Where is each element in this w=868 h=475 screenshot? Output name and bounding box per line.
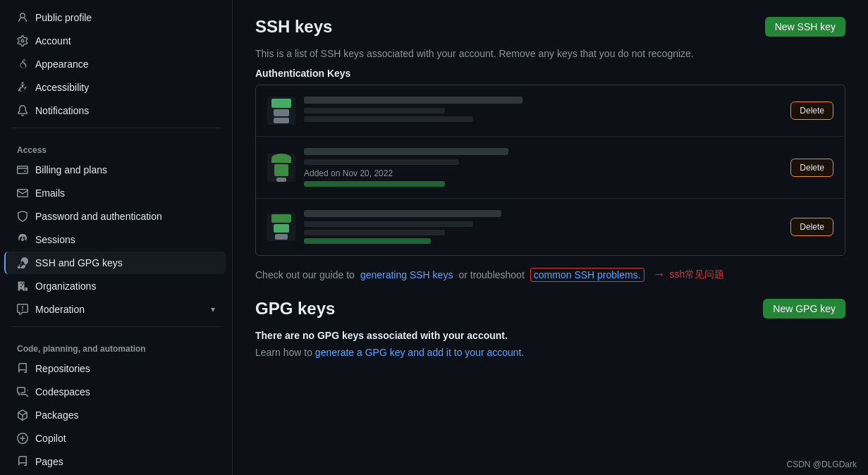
- annotation-text: ssh常见问题: [670, 269, 725, 281]
- sidebar-item-label: Appearance: [35, 58, 89, 70]
- key-info: [304, 97, 782, 125]
- report-icon: [17, 304, 28, 315]
- broadcast-icon: [17, 234, 28, 245]
- sidebar-item-codespaces[interactable]: Codespaces: [6, 381, 226, 403]
- auth-keys-label: Authentication Keys: [255, 68, 845, 79]
- sidebar-item-label: Sessions: [35, 234, 75, 245]
- sidebar-item-billing[interactable]: Billing and plans: [6, 159, 226, 181]
- sidebar-item-organizations[interactable]: Organizations: [6, 275, 226, 297]
- avatar: [267, 154, 295, 182]
- avatar: [267, 213, 295, 241]
- sidebar-item-label: Repositories: [35, 363, 90, 374]
- pages-icon: [17, 456, 28, 467]
- repo-icon: [17, 363, 28, 374]
- sidebar-item-packages[interactable]: Packages: [6, 404, 226, 426]
- credit-card-icon: [17, 164, 28, 175]
- sidebar-item-label: Packages: [35, 409, 78, 421]
- new-gpg-key-button[interactable]: New GPG key: [763, 299, 845, 319]
- gpg-section: GPG keys New GPG key There are no GPG ke…: [255, 299, 845, 358]
- sidebar-item-accessibility[interactable]: Accessibility: [6, 76, 226, 99]
- bell-icon: [17, 105, 28, 116]
- ssh-section-header: SSH keys New SSH key: [255, 17, 845, 37]
- common-ssh-problems-link[interactable]: common SSH problems.: [530, 268, 644, 282]
- ssh-keys-list: Delete Added on Nov 20, 2022 Delete: [255, 85, 845, 256]
- person-icon: [17, 12, 28, 23]
- accessibility-icon: [17, 82, 28, 93]
- generate-gpg-key-link[interactable]: generate a GPG key and add it to your ac…: [315, 347, 525, 358]
- key-date: Added on Nov 20, 2022: [304, 168, 782, 178]
- learn-prefix: Learn how to: [255, 347, 315, 358]
- section-access-label: Access: [0, 134, 232, 158]
- paintbrush-icon: [17, 58, 28, 70]
- no-gpg-keys-text: There are no GPG keys associated with yo…: [255, 330, 845, 341]
- sidebar-item-label: Billing and plans: [35, 164, 107, 175]
- sidebar-item-sessions[interactable]: Sessions: [6, 228, 226, 251]
- table-row: Delete: [256, 199, 845, 255]
- delete-key-button-3[interactable]: Delete: [790, 218, 833, 236]
- key-icon: [17, 257, 28, 269]
- sidebar-item-public-profile[interactable]: Public profile: [6, 6, 226, 29]
- sidebar-item-label: Accessibility: [35, 82, 89, 93]
- sidebar-item-ssh-gpg[interactable]: SSH and GPG keys: [4, 252, 226, 274]
- sidebar-item-pages[interactable]: Pages: [6, 450, 226, 473]
- sidebar-item-password[interactable]: Password and authentication: [6, 205, 226, 228]
- sidebar-item-label: Copilot: [35, 433, 66, 444]
- sidebar-item-label: SSH and GPG keys: [35, 257, 123, 269]
- table-row: Added on Nov 20, 2022 Delete: [256, 137, 845, 199]
- sidebar-item-label: Pages: [35, 456, 63, 467]
- generating-ssh-keys-link[interactable]: generating SSH keys: [360, 269, 453, 280]
- new-ssh-key-button[interactable]: New SSH key: [765, 17, 845, 37]
- gpg-section-header: GPG keys New GPG key: [255, 299, 845, 319]
- section-code-label: Code, planning, and automation: [0, 333, 232, 357]
- sidebar-item-label: Emails: [35, 187, 65, 199]
- table-row: Delete: [256, 85, 845, 137]
- avatar: [267, 97, 295, 125]
- main-content: SSH keys New SSH key This is a list of S…: [233, 0, 868, 475]
- codespaces-icon: [17, 386, 28, 397]
- guide-middle: or troubleshoot: [458, 269, 524, 280]
- package-icon: [17, 409, 28, 421]
- ssh-description: This is a list of SSH keys associated wi…: [255, 48, 845, 59]
- sidebar-item-label: Moderation: [35, 304, 85, 315]
- key-info: [304, 210, 782, 244]
- sidebar-item-appearance[interactable]: Appearance: [6, 53, 226, 75]
- key-info: Added on Nov 20, 2022: [304, 148, 782, 187]
- ssh-section-title: SSH keys: [255, 17, 332, 37]
- sidebar-item-copilot[interactable]: Copilot: [6, 427, 226, 450]
- delete-key-button-1[interactable]: Delete: [790, 101, 833, 120]
- sidebar-item-label: Password and authentication: [35, 211, 162, 222]
- guide-prefix: Check out our guide to: [255, 269, 355, 280]
- sidebar-item-emails[interactable]: Emails: [6, 182, 226, 204]
- annotation: → ssh常见问题: [653, 267, 725, 282]
- mail-icon: [17, 187, 28, 199]
- divider-2: [11, 326, 221, 327]
- gear-icon: [17, 35, 28, 47]
- sidebar-item-repositories[interactable]: Repositories: [6, 357, 226, 380]
- chevron-down-icon: ▾: [211, 304, 215, 314]
- copilot-icon: [17, 433, 28, 444]
- sidebar-item-moderation[interactable]: Moderation ▾: [6, 298, 226, 321]
- sidebar-item-notifications[interactable]: Notifications: [6, 99, 226, 122]
- shield-icon: [17, 211, 28, 222]
- sidebar-item-account[interactable]: Account: [6, 30, 226, 52]
- guide-text: Check out our guide to generating SSH ke…: [255, 267, 845, 282]
- sidebar-item-label: Public profile: [35, 12, 92, 23]
- gpg-section-title: GPG keys: [255, 299, 335, 319]
- sidebar-item-label: Notifications: [35, 105, 89, 116]
- footer-credit: CSDN @DLGDark: [786, 459, 857, 469]
- sidebar: Public profile Account Appearance Access…: [0, 0, 233, 475]
- delete-key-button-2[interactable]: Delete: [790, 159, 833, 177]
- building-icon: [17, 280, 28, 292]
- divider-1: [11, 128, 221, 128]
- sidebar-item-label: Account: [35, 35, 71, 47]
- sidebar-item-label: Codespaces: [35, 386, 90, 397]
- right-arrow-icon: →: [653, 267, 666, 282]
- sidebar-item-label: Organizations: [35, 280, 96, 292]
